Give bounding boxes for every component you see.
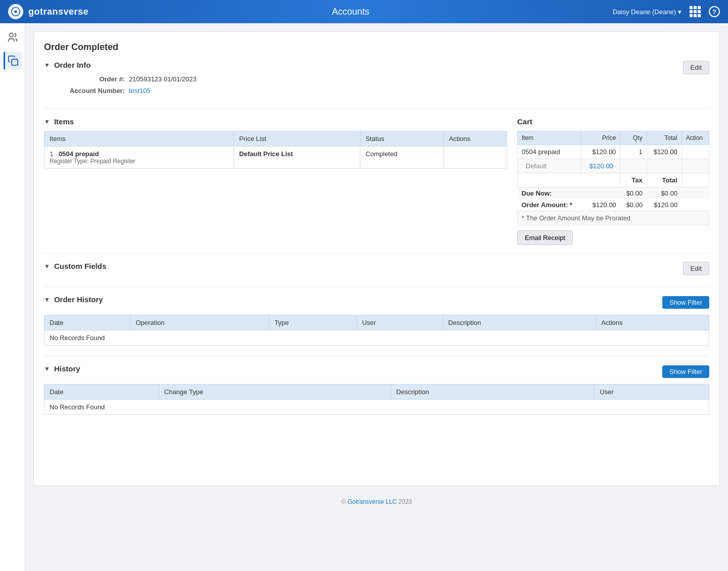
brand-name: gotransverse [28,7,88,17]
items-title: ▼ Items [44,117,507,126]
items-collapse-arrow[interactable]: ▼ [44,118,50,125]
order-history-section: ▼ Order History Show Filter Date Operati… [44,295,709,346]
item-sub: Register Type: Prepaid Register [50,158,229,165]
cart-tax-header: Tax [620,173,647,187]
custom-fields-edit-button[interactable]: Edit [683,262,709,275]
footer: © Gotransverse LLC 2023 [33,491,720,512]
cart-col-item: Item [518,131,581,145]
custom-fields-arrow[interactable]: ▼ [44,263,50,270]
cart-sub-total [647,159,681,173]
order-history-arrow[interactable]: ▼ [44,296,50,303]
cart-table: Item Price Qty Total Action 0504 prepaid… [517,131,709,225]
history-no-records: No Records Found [44,400,709,415]
history-empty: No Records Found [44,400,709,415]
cart-tax-header-row: Tax Total [518,173,709,187]
items-col-actions: Actions [443,131,507,147]
item-cell: 1 0504 prepaid Register Type: Prepaid Re… [44,147,234,169]
oh-col-description: Description [443,315,596,330]
oh-col-actions: Actions [596,315,709,330]
history-table-header: Date Change Type Description User [44,385,709,400]
h-col-description: Description [391,385,595,400]
apps-grid-icon[interactable] [690,6,701,17]
cart-table-header: Item Price Qty Total Action [518,131,709,145]
order-history-header-row: ▼ Order History Show Filter [44,295,709,310]
items-table: Items Price List Status Actions 1 0504 p… [44,131,507,169]
h-col-user: User [595,385,709,400]
order-amount-total: $120.00 [647,199,681,211]
order-history-table-header: Date Operation Type User Description Act… [44,315,709,330]
order-amount-price: $120.00 [581,199,620,211]
sidebar-item-users[interactable] [4,28,22,46]
order-number-value: 210593123 01/01/2023 [129,75,197,83]
sidebar [0,23,25,571]
nav-left: gotransverse [8,4,88,19]
order-info-fields: Order #: 210593123 01/01/2023 Account Nu… [54,75,197,94]
items-col-pricelist: Price List [234,131,360,147]
cart-col-qty: Qty [620,131,647,145]
items-table-header: Items Price List Status Actions [44,131,507,147]
main-wrapper: Order Completed ▼ Order Info Order #: 21… [25,23,728,571]
due-now-label: Due Now: [518,187,620,200]
item-status: Completed [360,147,444,169]
help-icon[interactable]: ? [709,6,720,17]
oh-col-operation: Operation [130,315,269,330]
order-amount-action [681,199,709,211]
cart-sub-price: $120.00 [581,159,620,173]
cart-sub-qty [620,159,647,173]
items-section: ▼ Items Items Price List Status Actions [44,117,507,245]
order-history-show-filter-button[interactable]: Show Filter [662,296,709,309]
email-receipt-button[interactable]: Email Receipt [517,230,573,245]
items-col-status: Status [360,131,444,147]
cart-due-now-row: Due Now: $0.00 $0.00 [518,187,709,200]
order-info-row: ▼ Order Info Order #: 210593123 01/01/20… [44,61,709,99]
cart-col-action: Action [681,131,709,145]
account-number-row: Account Number: test105 [54,87,197,94]
history-arrow[interactable]: ▼ [44,365,50,372]
account-number-link[interactable]: test105 [129,87,151,94]
content-card: Order Completed ▼ Order Info Order #: 21… [33,31,720,486]
history-title: ▼ History [44,364,80,373]
top-nav: gotransverse Accounts Daisy Deane (Deane… [0,0,728,23]
nav-right: Daisy Deane (Deane) ▾ ? [613,6,720,17]
order-history-title: ▼ Order History [44,295,103,304]
item-actions [443,147,507,169]
cart-spacer [518,173,620,187]
h-col-date: Date [44,385,159,400]
cart-note: * The Order Amount May be Prorated [518,211,709,225]
order-amount-tax: $0.00 [620,199,647,211]
history-show-filter-button[interactable]: Show Filter [662,365,709,378]
due-now-tax: $0.00 [620,187,647,200]
oh-col-user: User [357,315,443,330]
page-title: Accounts [332,7,370,17]
collapse-arrow-icon[interactable]: ▼ [44,62,50,69]
cart-action-spacer [681,173,709,187]
sidebar-item-copy[interactable] [4,52,22,70]
svg-point-1 [9,33,13,37]
cart-item-name: 0504 prepaid [518,145,581,159]
due-now-total: $0.00 [647,187,681,200]
app-logo[interactable] [8,4,23,19]
order-info-header: ▼ Order Info Order #: 210593123 01/01/20… [44,61,197,99]
account-number-label: Account Number: [54,87,125,94]
cart-sub-row: Default $120.00 [518,159,709,173]
item-name: 0504 prepaid [59,150,99,158]
cart-section: Cart Item Price Qty Total Action 05 [517,117,709,245]
cart-total-header: Total [647,173,681,187]
table-row: 1 0504 prepaid Register Type: Prepaid Re… [44,147,507,169]
chevron-down-icon: ▾ [678,8,681,16]
user-menu[interactable]: Daisy Deane (Deane) ▾ [613,8,681,16]
order-number-row: Order #: 210593123 01/01/2023 [54,75,197,83]
order-info-edit-button[interactable]: Edit [683,61,709,74]
oh-col-type: Type [269,315,357,330]
cart-title: Cart [517,117,709,126]
footer-link[interactable]: Gotransverse LLC [347,498,396,505]
items-col-items: Items [44,131,234,147]
order-history-table: Date Operation Type User Description Act… [44,315,709,346]
item-number: 1 [50,150,57,158]
order-info-section: ▼ Order Info Order #: 210593123 01/01/20… [44,61,709,99]
svg-rect-2 [12,59,18,65]
history-section: ▼ History Show Filter Date Change Type D… [44,364,709,415]
order-number-label: Order #: [54,75,125,83]
cart-item-total: $120.00 [647,145,681,159]
cart-note-row: * The Order Amount May be Prorated [518,211,709,225]
